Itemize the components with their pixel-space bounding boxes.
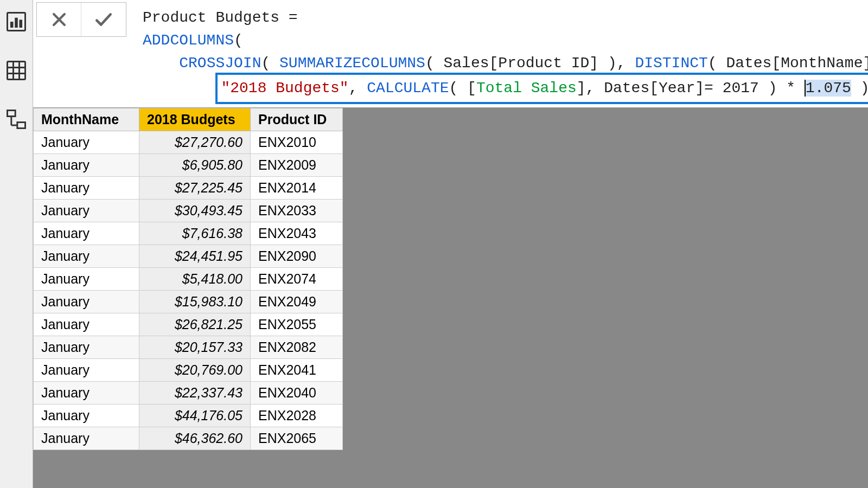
dax-selected-number: 1.075 (806, 80, 851, 97)
cell-budget[interactable]: $20,157.33 (139, 336, 251, 359)
commit-formula-button[interactable] (81, 3, 126, 36)
data-table[interactable]: MonthName 2018 Budgets Product ID Januar… (33, 108, 343, 450)
cell-budget[interactable]: $46,362.60 (139, 427, 251, 450)
main-area: Product Budgets = ADDCOLUMNS( CROSSJOIN(… (33, 0, 868, 488)
cell-budget[interactable]: $26,821.25 (139, 313, 251, 336)
cell-monthname[interactable]: January (34, 404, 139, 427)
cell-productid[interactable]: ENX2055 (251, 313, 343, 336)
dax-paren: ( [ (449, 80, 476, 97)
cell-monthname[interactable]: January (34, 131, 139, 154)
column-header-budgets[interactable]: 2018 Budgets (139, 108, 251, 131)
cell-productid[interactable]: ENX2090 (251, 245, 343, 268)
cell-budget[interactable]: $30,493.45 (139, 200, 251, 222)
svg-rect-1 (10, 22, 14, 28)
cell-monthname[interactable]: January (34, 268, 139, 291)
table-row[interactable]: January$5,418.00ENX2074 (34, 268, 343, 291)
cell-budget[interactable]: $44,176.05 (139, 404, 251, 427)
table-row[interactable]: January$46,362.60ENX2065 (34, 427, 343, 450)
data-grid-area: MonthName 2018 Budgets Product ID Januar… (33, 108, 868, 488)
svg-rect-9 (8, 111, 16, 117)
cell-productid[interactable]: ENX2049 (251, 291, 343, 313)
cell-monthname[interactable]: January (34, 222, 139, 245)
report-view-icon[interactable] (0, 5, 33, 38)
table-row[interactable]: January$27,270.60ENX2010 (34, 131, 343, 154)
column-header-productid[interactable]: Product ID (251, 108, 343, 131)
cell-productid[interactable]: ENX2082 (251, 336, 343, 359)
cell-monthname[interactable]: January (34, 313, 139, 336)
table-row[interactable]: January$26,821.25ENX2055 (34, 313, 343, 336)
cell-productid[interactable]: ENX2041 (251, 359, 343, 382)
cancel-formula-button[interactable] (37, 3, 81, 36)
table-row[interactable]: January$30,493.45ENX2033 (34, 200, 343, 222)
formula-editor[interactable]: Product Budgets = ADDCOLUMNS( CROSSJOIN(… (126, 0, 868, 107)
dax-fn-distinct: DISTINCT (635, 55, 707, 72)
cell-productid[interactable]: ENX2028 (251, 404, 343, 427)
cell-monthname[interactable]: January (34, 154, 139, 177)
dax-fn-summarizecolumns: SUMMARIZECOLUMNS (279, 55, 425, 72)
table-row[interactable]: January$44,176.05ENX2028 (34, 404, 343, 427)
cell-budget[interactable]: $27,270.60 (139, 131, 251, 154)
cell-productid[interactable]: ENX2014 (251, 177, 343, 200)
table-row[interactable]: January$24,451.95ENX2090 (34, 245, 343, 268)
dax-measure-ref: Total Sales (476, 80, 577, 97)
cell-budget[interactable]: $27,225.45 (139, 177, 251, 200)
dax-string-literal: "2018 Budgets" (221, 80, 348, 97)
table-header-row: MonthName 2018 Budgets Product ID (34, 108, 343, 131)
dax-expr: ( Sales[Product ID] ), (425, 55, 635, 72)
cell-productid[interactable]: ENX2040 (251, 382, 343, 404)
dax-paren: ) (851, 80, 868, 97)
cell-productid[interactable]: ENX2010 (251, 131, 343, 154)
dax-expr: ( Dates[MonthName] ) ), (708, 55, 868, 72)
cell-budget[interactable]: $20,769.00 (139, 359, 251, 382)
cell-monthname[interactable]: January (34, 200, 139, 222)
table-row[interactable]: January$6,905.80ENX2009 (34, 154, 343, 177)
dax-table-name: Product Budgets = (143, 9, 307, 26)
cell-budget[interactable]: $6,905.80 (139, 154, 251, 177)
dax-comma: , (349, 80, 367, 97)
cell-budget[interactable]: $7,616.38 (139, 222, 251, 245)
cell-productid[interactable]: ENX2065 (251, 427, 343, 450)
cell-budget[interactable]: $5,418.00 (139, 268, 251, 291)
cell-monthname[interactable]: January (34, 245, 139, 268)
cell-productid[interactable]: ENX2009 (251, 154, 343, 177)
cell-productid[interactable]: ENX2074 (251, 268, 343, 291)
dax-paren: ( (261, 55, 279, 72)
svg-rect-10 (17, 123, 25, 129)
view-nav-rail (0, 0, 33, 488)
column-header-monthname[interactable]: MonthName (34, 108, 139, 131)
cell-monthname[interactable]: January (34, 336, 139, 359)
cell-monthname[interactable]: January (34, 427, 139, 450)
svg-rect-3 (20, 20, 23, 28)
dax-fn-crossjoin: CROSSJOIN (179, 55, 261, 72)
data-view-icon[interactable] (0, 54, 33, 87)
svg-rect-4 (8, 62, 25, 80)
cell-monthname[interactable]: January (34, 359, 139, 382)
cell-monthname[interactable]: January (34, 291, 139, 313)
table-row[interactable]: January$20,157.33ENX2082 (34, 336, 343, 359)
dax-fn-calculate: CALCULATE (367, 80, 449, 97)
svg-rect-2 (15, 18, 18, 28)
dax-paren: ( (234, 32, 243, 49)
table-row[interactable]: January$27,225.45ENX2014 (34, 177, 343, 200)
formula-action-buttons (36, 2, 126, 37)
table-row[interactable]: January$7,616.38ENX2043 (34, 222, 343, 245)
model-view-icon[interactable] (0, 103, 33, 136)
dax-fn-addcolumns: ADDCOLUMNS (143, 32, 234, 49)
dax-expr: ], Dates[Year]= 2017 ) * (577, 80, 805, 97)
cell-budget[interactable]: $22,337.43 (139, 382, 251, 404)
table-row[interactable]: January$20,769.00ENX2041 (34, 359, 343, 382)
cell-monthname[interactable]: January (34, 382, 139, 404)
dax-highlight-box: "2018 Budgets", CALCULATE( [Total Sales]… (215, 73, 868, 104)
cell-budget[interactable]: $24,451.95 (139, 245, 251, 268)
cell-monthname[interactable]: January (34, 177, 139, 200)
cell-productid[interactable]: ENX2033 (251, 200, 343, 222)
cell-budget[interactable]: $15,983.10 (139, 291, 251, 313)
table-row[interactable]: January$15,983.10ENX2049 (34, 291, 343, 313)
cell-productid[interactable]: ENX2043 (251, 222, 343, 245)
formula-bar: Product Budgets = ADDCOLUMNS( CROSSJOIN(… (33, 0, 868, 108)
table-row[interactable]: January$22,337.43ENX2040 (34, 382, 343, 404)
